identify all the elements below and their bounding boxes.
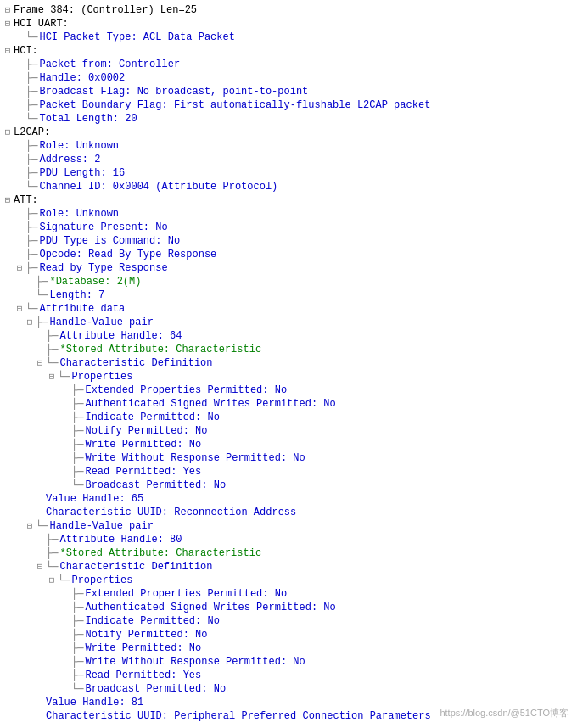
tree-row[interactable]: ├─Broadcast Flag: No broadcast, point-to… [0,85,577,98]
tree-row[interactable]: ⊟ATT: [0,193,577,207]
tree-row[interactable]: ├─PDU Length: 16 [0,166,577,180]
tree-node-label: HCI UART: [14,17,69,31]
tree-connector: ├─ [25,234,37,248]
tree-node-label: Channel ID: 0x0004 (Attribute Protocol) [39,180,277,193]
tree-row[interactable]: └─Total Length: 20 [0,112,577,126]
tree-node-label: Attribute Handle: 80 [59,533,182,546]
tree-connector: ├─ [71,641,83,655]
tree-node-label: Properties [71,370,132,384]
tree-row[interactable]: └─Broadcast Permitted: No [0,479,577,492]
tree-row[interactable]: ├─Authenticated Signed Writes Permitted:… [0,397,577,411]
tree-connector: ├─ [71,655,83,669]
tree-node-label: Packet Boundary Flag: First automaticall… [39,98,430,112]
tree-row[interactable]: ⊟└─Properties [0,370,577,384]
tree-connector: ├─ [71,669,83,682]
tree-row[interactable]: ⊟Frame 384: (Controller) Len=25 [0,3,577,17]
tree-row[interactable]: ├─Signature Present: No [0,221,577,234]
tree-connector: ├─ [25,261,37,275]
watermark: https://blog.csdn/@51CTO博客 [440,707,569,720]
tree-row[interactable]: └─Channel ID: 0x0004 (Attribute Protocol… [0,180,577,193]
tree-node-label: Extended Properties Permitted: No [85,384,287,397]
tree-row[interactable]: ├─*Stored Attribute: Characteristic [0,546,577,560]
tree-node-label: Address: 2 [39,153,100,166]
tree-node-label: Frame 384: (Controller) Len=25 [14,3,197,17]
tree-row[interactable]: ├─Write Without Response Permitted: No [0,655,577,669]
tree-row[interactable]: ├─Role: Unknown [0,139,577,153]
tree-row[interactable]: ├─Notify Permitted: No [0,424,577,438]
tree-row[interactable]: ⊟HCI UART: [0,17,577,31]
tree-node-label: Characteristic UUID: Peripheral Preferre… [46,709,431,723]
collapse-icon[interactable]: ⊟ [24,316,36,328]
collapse-icon[interactable]: ⊟ [34,357,46,369]
tree-row[interactable]: ├─Attribute Handle: 64 [0,329,577,343]
tree-row[interactable]: ├─Packet from: Controller [0,58,577,71]
collapse-icon[interactable]: ⊟ [46,574,58,586]
tree-connector: └─ [46,560,58,574]
tree-row[interactable]: Value Handle: 65 [0,492,577,506]
tree-connector: ├─ [46,343,58,356]
tree-connector: └─ [58,370,70,384]
tree-row[interactable]: ⊟└─Attribute data [0,302,577,316]
tree-row[interactable]: ⊟└─Handle-Value pair [0,519,577,533]
tree-row[interactable]: ├─Handle: 0x0002 [0,71,577,85]
collapse-icon[interactable]: ⊟ [2,126,14,138]
tree-row[interactable]: ├─Write Permitted: No [0,641,577,655]
tree-row[interactable]: ├─Packet Boundary Flag: First automatica… [0,98,577,112]
tree-row[interactable]: ├─Read Permitted: Yes [0,465,577,479]
collapse-icon[interactable]: ⊟ [2,194,14,206]
tree-connector: ├─ [46,546,58,560]
tree-row[interactable]: ├─Notify Permitted: No [0,628,577,641]
tree-node-label: Authenticated Signed Writes Permitted: N… [85,397,335,411]
tree-row[interactable]: ⊟├─Handle-Value pair [0,316,577,329]
tree-row[interactable]: ├─Attribute Handle: 80 [0,533,577,546]
tree-node-label: Signature Present: No [39,221,167,234]
collapse-icon[interactable]: ⊟ [24,520,36,532]
tree-row[interactable]: ├─Write Without Response Permitted: No [0,451,577,465]
tree-connector: ├─ [71,397,83,411]
tree-connector: ├─ [25,139,37,153]
tree-row[interactable]: ├─*Stored Attribute: Characteristic [0,343,577,356]
tree-node-label: *Database: 2(M) [49,275,141,288]
tree-row[interactable]: ⊟└─Characteristic Definition [0,560,577,574]
collapse-icon[interactable]: ⊟ [2,45,14,57]
tree-row[interactable]: ├─Extended Properties Permitted: No [0,384,577,397]
tree-row[interactable]: ├─PDU Type is Command: No [0,234,577,248]
collapse-icon[interactable]: ⊟ [34,561,46,573]
tree-node-label: Value Handle: 81 [46,696,143,709]
tree-row[interactable]: ├─Address: 2 [0,153,577,166]
tree-connector: ├─ [25,58,37,71]
collapse-icon[interactable]: ⊟ [2,4,14,16]
tree-row[interactable]: ⊟L2CAP: [0,126,577,139]
tree-node-label: Extended Properties Permitted: No [85,587,287,601]
tree-connector: ├─ [71,424,83,438]
tree-row[interactable]: ⊟├─Read by Type Response [0,261,577,275]
tree-node-label: PDU Type is Command: No [39,234,180,248]
tree-row[interactable]: └─Length: 7 [0,288,577,302]
tree-row[interactable]: ⊟└─Characteristic Definition [0,356,577,370]
tree-connector: └─ [25,180,37,193]
tree-node-label: *Stored Attribute: Characteristic [59,343,261,356]
collapse-icon[interactable]: ⊟ [46,371,58,383]
tree-row[interactable]: ├─Indicate Permitted: No [0,411,577,424]
tree-connector: ├─ [36,275,48,288]
tree-row[interactable]: ├─Extended Properties Permitted: No [0,587,577,601]
tree-row[interactable]: ├─Opcode: Read By Type Response [0,248,577,261]
tree-row[interactable]: └─Broadcast Permitted: No [0,682,577,696]
tree-connector: └─ [25,112,37,126]
tree-row[interactable]: ├─Authenticated Signed Writes Permitted:… [0,601,577,614]
tree-row[interactable]: Characteristic UUID: Reconnection Addres… [0,506,577,519]
tree-row[interactable]: ├─Indicate Permitted: No [0,614,577,628]
collapse-icon[interactable]: ⊟ [14,262,25,274]
tree-node-label: Role: Unknown [39,139,119,153]
tree-row[interactable]: ⊟└─Properties [0,574,577,587]
tree-row[interactable]: └─HCI Packet Type: ACL Data Packet [0,31,577,44]
tree-connector: └─ [36,519,48,533]
tree-node-label: Characteristic Definition [59,560,212,574]
tree-row[interactable]: ├─Write Permitted: No [0,438,577,451]
collapse-icon[interactable]: ⊟ [2,18,14,30]
tree-row[interactable]: ├─Read Permitted: Yes [0,669,577,682]
tree-row[interactable]: ├─Role: Unknown [0,207,577,221]
tree-row[interactable]: ├─*Database: 2(M) [0,275,577,288]
collapse-icon[interactable]: ⊟ [14,303,25,315]
tree-row[interactable]: ⊟HCI: [0,44,577,58]
